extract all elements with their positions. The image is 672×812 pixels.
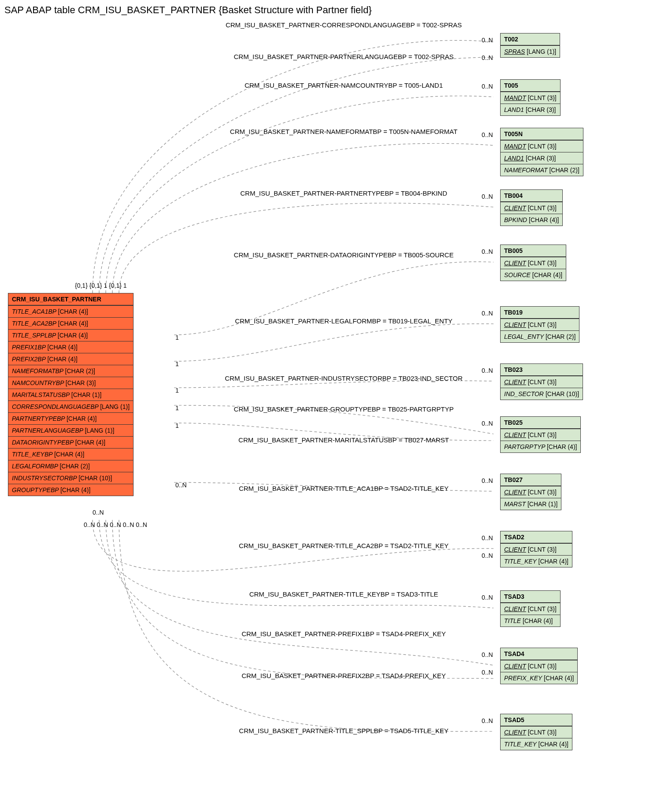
- ref-field-row: LAND1 [CHAR (3)]: [501, 152, 583, 164]
- relation-label: CRM_ISU_BASKET_PARTNER-NAMCOUNTRYBP = T0…: [198, 82, 489, 89]
- main-field-row: TITLE_ACA1BP [CHAR (4)]: [8, 305, 133, 317]
- main-right-cardinality: 1: [175, 334, 179, 341]
- ref-table-name: TSAD4: [501, 648, 577, 660]
- ref-table-box: TSAD5CLIENT [CLNT (3)]TITLE_KEY [CHAR (4…: [500, 714, 572, 750]
- ref-table: TB005CLIENT [CLNT (3)]SOURCE [CHAR (4)]: [500, 245, 566, 281]
- ref-table: TB027CLIENT [CLNT (3)]MARST [CHAR (1)]: [500, 474, 561, 510]
- main-field-row: TITLE_ACA2BP [CHAR (4)]: [8, 317, 133, 329]
- ref-field-row: MARST [CHAR (1)]: [501, 498, 561, 510]
- main-field-row: TITLE_KEYBP [CHAR (4)]: [8, 448, 133, 460]
- ref-field-row: CLIENT [CLNT (3)]: [501, 726, 572, 738]
- ref-cardinality: 0..N: [482, 669, 493, 676]
- ref-field-row: PARTGRPTYP [CHAR (4)]: [501, 441, 580, 452]
- main-table-box: CRM_ISU_BASKET_PARTNERTITLE_ACA1BP [CHAR…: [8, 293, 134, 496]
- ref-cardinality: 0..N: [482, 477, 493, 484]
- ref-cardinality: 0..N: [482, 131, 493, 138]
- ref-table-name: T005: [501, 80, 560, 92]
- ref-table-box: T005MANDT [CLNT (3)]LAND1 [CHAR (3)]: [500, 79, 561, 116]
- ref-table-name: TSAD3: [501, 591, 560, 603]
- ref-field-row: CLIENT [CLNT (3)]: [501, 660, 577, 672]
- ref-field-row: CLIENT [CLNT (3)]: [501, 376, 583, 388]
- ref-table: TSAD2CLIENT [CLNT (3)]TITLE_KEY [CHAR (4…: [500, 531, 572, 567]
- ref-table: TB019CLIENT [CLNT (3)]LEGAL_ENTY [CHAR (…: [500, 306, 579, 343]
- ref-table-box: TB004CLIENT [CLNT (3)]BPKIND [CHAR (4)]: [500, 189, 563, 226]
- main-table-name: CRM_ISU_BASKET_PARTNER: [8, 293, 133, 305]
- ref-field-row: BPKIND [CHAR (4)]: [501, 214, 562, 226]
- ref-cardinality: 0..N: [482, 310, 493, 317]
- ref-table: TSAD5CLIENT [CLNT (3)]TITLE_KEY [CHAR (4…: [500, 714, 572, 750]
- main-field-row: NAMEFORMATBP [CHAR (2)]: [8, 365, 133, 377]
- main-field-row: TITLE_SPPLBP [CHAR (4)]: [8, 329, 133, 341]
- relation-label: CRM_ISU_BASKET_PARTNER-TITLE_SPPLBP = TS…: [198, 727, 489, 734]
- ref-cardinality: 0..N: [482, 651, 493, 658]
- ref-field-row: IND_SECTOR [CHAR (10)]: [501, 388, 583, 400]
- ref-table-name: TB025: [501, 417, 580, 429]
- ref-table-box: T005NMANDT [CLNT (3)]LAND1 [CHAR (3)]NAM…: [500, 128, 583, 176]
- ref-field-row: CLIENT [CLNT (3)]: [501, 429, 580, 441]
- main-field-row: GROUPTYPEBP [CHAR (4)]: [8, 484, 133, 496]
- ref-table-box: TB019CLIENT [CLNT (3)]LEGAL_ENTY [CHAR (…: [500, 306, 579, 343]
- ref-field-row: CLIENT [CLNT (3)]: [501, 319, 579, 330]
- ref-field-row: TITLE_KEY [CHAR (4)]: [501, 555, 572, 567]
- ref-table: T005MANDT [CLNT (3)]LAND1 [CHAR (3)]: [500, 79, 561, 116]
- relation-label: CRM_ISU_BASKET_PARTNER-MARITALSTATUSBP =…: [198, 436, 489, 444]
- main-overlay-cardinality: 0..N: [93, 509, 104, 516]
- main-right-cardinality: 1: [175, 360, 179, 367]
- main-field-row: LEGALFORMBP [CHAR (2)]: [8, 460, 133, 472]
- ref-table-box: TB005CLIENT [CLNT (3)]SOURCE [CHAR (4)]: [500, 245, 566, 281]
- ref-cardinality: 0..N: [482, 534, 493, 541]
- ref-table-name: TSAD5: [501, 714, 572, 726]
- ref-cardinality: 0..N: [482, 594, 493, 601]
- relation-label: CRM_ISU_BASKET_PARTNER-TITLE_KEYBP = TSA…: [198, 590, 489, 598]
- ref-table-name: T005N: [501, 128, 583, 140]
- main-right-cardinality: 1: [175, 404, 179, 412]
- ref-field-row: CLIENT [CLNT (3)]: [501, 486, 561, 498]
- ref-table: TSAD3CLIENT [CLNT (3)]TITLE [CHAR (4)]: [500, 590, 561, 627]
- ref-table-name: TSAD2: [501, 531, 572, 543]
- ref-table: TB025CLIENT [CLNT (3)]PARTGRPTYP [CHAR (…: [500, 416, 581, 453]
- ref-field-row: CLIENT [CLNT (3)]: [501, 202, 562, 214]
- main-bottom-cardinalities: 0..N 0..N 0..N 0..N 0..N: [84, 521, 147, 528]
- ref-field-row: LEGAL_ENTY [CHAR (2)]: [501, 330, 579, 342]
- ref-field-row: SPRAS [LANG (1)]: [501, 45, 560, 57]
- main-field-row: INDUSTRYSECTORBP [CHAR (10)]: [8, 472, 133, 484]
- ref-cardinality: 0..N: [482, 83, 493, 90]
- ref-table-name: TB019: [501, 307, 579, 319]
- main-field-row: MARITALSTATUSBP [CHAR (1)]: [8, 389, 133, 400]
- ref-table-name: TB023: [501, 364, 583, 376]
- relation-label: CRM_ISU_BASKET_PARTNER-PREFIX1BP = TSAD4…: [198, 630, 489, 638]
- ref-field-row: SOURCE [CHAR (4)]: [501, 269, 566, 281]
- relation-label: CRM_ISU_BASKET_PARTNER-TITLE_ACA2BP = TS…: [198, 542, 489, 549]
- ref-field-row: PREFIX_KEY [CHAR (4)]: [501, 672, 577, 684]
- relation-label: CRM_ISU_BASKET_PARTNER-INDUSTRYSECTORBP …: [198, 374, 489, 382]
- main-field-row: PARTNERLANGUAGEBP [LANG (1)]: [8, 424, 133, 436]
- main-field-row: PREFIX1BP [CHAR (4)]: [8, 341, 133, 353]
- ref-table-box: TB027CLIENT [CLNT (3)]MARST [CHAR (1)]: [500, 474, 561, 510]
- page-title: SAP ABAP table CRM_ISU_BASKET_PARTNER {B…: [4, 4, 372, 16]
- ref-cardinality: 0..N: [482, 367, 493, 374]
- ref-cardinality: 0..N: [482, 193, 493, 200]
- relation-label: CRM_ISU_BASKET_PARTNER-TITLE_ACA1BP = TS…: [198, 485, 489, 492]
- ref-table-name: TB004: [501, 190, 562, 202]
- ref-table: T002SPRAS [LANG (1)]: [500, 33, 560, 58]
- main-field-row: DATAORIGINTYPEBP [CHAR (4)]: [8, 436, 133, 448]
- ref-table-name: T002: [501, 33, 560, 45]
- relation-label: CRM_ISU_BASKET_PARTNER-PARTNERTYPEBP = T…: [198, 189, 489, 197]
- ref-field-row: NAMEFORMAT [CHAR (2)]: [501, 164, 583, 176]
- main-field-row: CORRESPONDLANGUAGEBP [LANG (1)]: [8, 400, 133, 412]
- ref-table-box: TSAD2CLIENT [CLNT (3)]TITLE_KEY [CHAR (4…: [500, 531, 572, 567]
- relation-label: CRM_ISU_BASKET_PARTNER-PREFIX2BP = TSAD4…: [198, 672, 489, 679]
- main-table: CRM_ISU_BASKET_PARTNERTITLE_ACA1BP [CHAR…: [8, 293, 134, 496]
- ref-table-box: TB025CLIENT [CLNT (3)]PARTGRPTYP [CHAR (…: [500, 416, 581, 453]
- ref-field-row: CLIENT [CLNT (3)]: [501, 257, 566, 269]
- ref-field-row: CLIENT [CLNT (3)]: [501, 543, 572, 555]
- ref-cardinality: 0..N: [482, 420, 493, 427]
- ref-table-name: TB005: [501, 245, 566, 257]
- ref-table-box: TB023CLIENT [CLNT (3)]IND_SECTOR [CHAR (…: [500, 363, 583, 400]
- relation-label: CRM_ISU_BASKET_PARTNER-NAMEFORMATBP = T0…: [198, 128, 489, 135]
- ref-table: TB023CLIENT [CLNT (3)]IND_SECTOR [CHAR (…: [500, 363, 583, 400]
- main-top-cardinalities: {0,1} {0,1} 1 {0,1} 1: [75, 282, 127, 289]
- ref-cardinality: 0..N: [482, 37, 493, 44]
- relation-label: CRM_ISU_BASKET_PARTNER-PARTNERLANGUAGEBP…: [198, 53, 489, 60]
- ref-cardinality: 0..N: [482, 717, 493, 724]
